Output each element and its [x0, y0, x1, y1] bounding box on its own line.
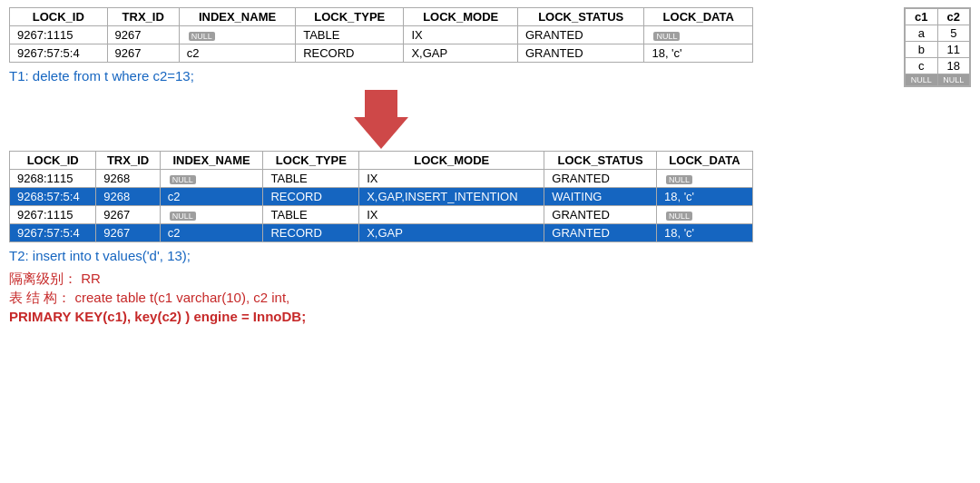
struct-value: create table t(c1 varchar(10), c2 int,	[75, 290, 290, 305]
lock-id: 9267:57:5:4	[10, 44, 108, 63]
side-table-row-3: NULLNULL	[906, 74, 970, 86]
th-lock-data: LOCK_DATA	[644, 8, 753, 26]
side-table-row-1: b11	[906, 42, 970, 58]
side-c1: NULL	[906, 74, 937, 86]
struct-line2: PRIMARY KEY(c1), key(c2) ) engine = Inno…	[9, 309, 971, 324]
sql1-text: T1: delete from t where c2=13;	[9, 68, 971, 84]
th-lock-type: LOCK_TYPE	[296, 8, 404, 26]
th2-lock-id: LOCK_ID	[10, 152, 96, 170]
index-name: c2	[179, 44, 295, 63]
lock-mode: X,GAP,INSERT_INTENTION	[359, 188, 544, 206]
arrow-container	[9, 87, 753, 151]
arrow-shaft	[365, 90, 397, 117]
trx-id: 9268	[96, 188, 160, 206]
lock-status: GRANTED	[544, 224, 657, 242]
main-container: LOCK_ID TRX_ID INDEX_NAME LOCK_TYPE LOCK…	[0, 0, 980, 331]
side-c2: 5	[937, 25, 969, 42]
side-c2: NULL	[937, 74, 969, 86]
lock-type: TABLE	[263, 170, 359, 188]
side-c1: c	[906, 58, 937, 74]
table1-row-1: 9267:57:5:49267c2RECORDX,GAPGRANTED18, '…	[10, 44, 753, 63]
lock-id: 9267:1115	[10, 26, 108, 44]
lock-status: GRANTED	[544, 170, 657, 188]
lock-mode: IX	[359, 206, 544, 224]
trx-id: 9267	[96, 206, 160, 224]
th-lock-mode: LOCK_MODE	[404, 8, 518, 26]
side-table-row-0: a5	[906, 25, 970, 42]
lock-mode: X,GAP	[404, 44, 518, 63]
side-table-row-2: c18	[906, 58, 970, 74]
isolation-label: 隔离级别：	[9, 271, 77, 286]
side-table-header: c1 c2	[906, 9, 970, 25]
table2-row-3: 9267:57:5:49267c2RECORDX,GAPGRANTED18, '…	[10, 224, 753, 242]
lock-status: WAITING	[544, 188, 657, 206]
index-name: NULL	[179, 26, 295, 44]
table2-row-2: 9267:11159267NULLTABLEIXGRANTEDNULL	[10, 206, 753, 224]
index-name: NULL	[160, 206, 263, 224]
table1-header-row: LOCK_ID TRX_ID INDEX_NAME LOCK_TYPE LOCK…	[10, 8, 753, 26]
lock-type: RECORD	[296, 44, 404, 63]
lock-id: 9267:1115	[10, 206, 96, 224]
arrow-down	[354, 90, 408, 149]
info-section: 隔离级别： RR 表 结 构： create table t(c1 varcha…	[9, 271, 971, 324]
trx-id: 9267	[107, 26, 179, 44]
th2-trx-id: TRX_ID	[96, 152, 160, 170]
th2-lock-type: LOCK_TYPE	[263, 152, 359, 170]
trx-id: 9267	[96, 224, 160, 242]
isolation-value: RR	[81, 271, 101, 286]
th-lock-id: LOCK_ID	[10, 8, 108, 26]
trx-id: 9268	[96, 170, 160, 188]
side-th-c1: c1	[906, 9, 937, 25]
lock-id: 9267:57:5:4	[10, 224, 96, 242]
lock-status: GRANTED	[517, 26, 643, 44]
lock-table-1: LOCK_ID TRX_ID INDEX_NAME LOCK_TYPE LOCK…	[9, 7, 753, 63]
lock-mode: IX	[359, 170, 544, 188]
table1-row-0: 9267:11159267NULLTABLEIXGRANTEDNULL	[10, 26, 753, 44]
th-index-name: INDEX_NAME	[179, 8, 295, 26]
th2-lock-status: LOCK_STATUS	[544, 152, 657, 170]
lock-mode: IX	[404, 26, 518, 44]
table2-row-1: 9268:57:5:49268c2RECORDX,GAP,INSERT_INTE…	[10, 188, 753, 206]
table2-row-0: 9268:11159268NULLTABLEIXGRANTEDNULL	[10, 170, 753, 188]
side-c2: 11	[937, 42, 969, 58]
struct-label: 表 结 构：	[9, 290, 71, 305]
sql2-text: T2: insert into t values('d', 13);	[9, 248, 971, 263]
lock-mode: X,GAP	[359, 224, 544, 242]
lock-status: GRANTED	[544, 206, 657, 224]
index-name: c2	[160, 224, 263, 242]
side-table: c1 c2 a5b11c18NULLNULL	[905, 8, 970, 86]
struct-value2: PRIMARY KEY(c1), key(c2) ) engine = Inno…	[9, 309, 306, 324]
th2-lock-data: LOCK_DATA	[656, 152, 752, 170]
arrow-head	[354, 117, 408, 149]
side-table-container: c1 c2 a5b11c18NULLNULL	[904, 7, 971, 87]
lock-type: TABLE	[296, 26, 404, 44]
lock-data: NULL	[656, 170, 752, 188]
lock-type: RECORD	[263, 188, 359, 206]
table2-header-row: LOCK_ID TRX_ID INDEX_NAME LOCK_TYPE LOCK…	[10, 152, 753, 170]
lock-id: 9268:1115	[10, 170, 96, 188]
lock-data: NULL	[644, 26, 753, 44]
struct-line1: 表 结 构： create table t(c1 varchar(10), c2…	[9, 290, 971, 307]
lock-data: 18, 'c'	[656, 188, 752, 206]
th-trx-id: TRX_ID	[107, 8, 179, 26]
index-name: NULL	[160, 170, 263, 188]
lock-table-2: LOCK_ID TRX_ID INDEX_NAME LOCK_TYPE LOCK…	[9, 151, 753, 242]
index-name: c2	[160, 188, 263, 206]
trx-id: 9267	[107, 44, 179, 63]
lock-data: 18, 'c'	[644, 44, 753, 63]
side-c2: 18	[937, 58, 969, 74]
th2-lock-mode: LOCK_MODE	[359, 152, 544, 170]
lock-data: 18, 'c'	[656, 224, 752, 242]
lock-id: 9268:57:5:4	[10, 188, 96, 206]
lock-type: RECORD	[263, 224, 359, 242]
th-lock-status: LOCK_STATUS	[517, 8, 643, 26]
lock-type: TABLE	[263, 206, 359, 224]
isolation-line: 隔离级别： RR	[9, 271, 971, 288]
lock-status: GRANTED	[517, 44, 643, 63]
lock-data: NULL	[656, 206, 752, 224]
side-c1: b	[906, 42, 937, 58]
side-th-c2: c2	[937, 9, 969, 25]
th2-index-name: INDEX_NAME	[160, 152, 263, 170]
side-c1: a	[906, 25, 937, 42]
